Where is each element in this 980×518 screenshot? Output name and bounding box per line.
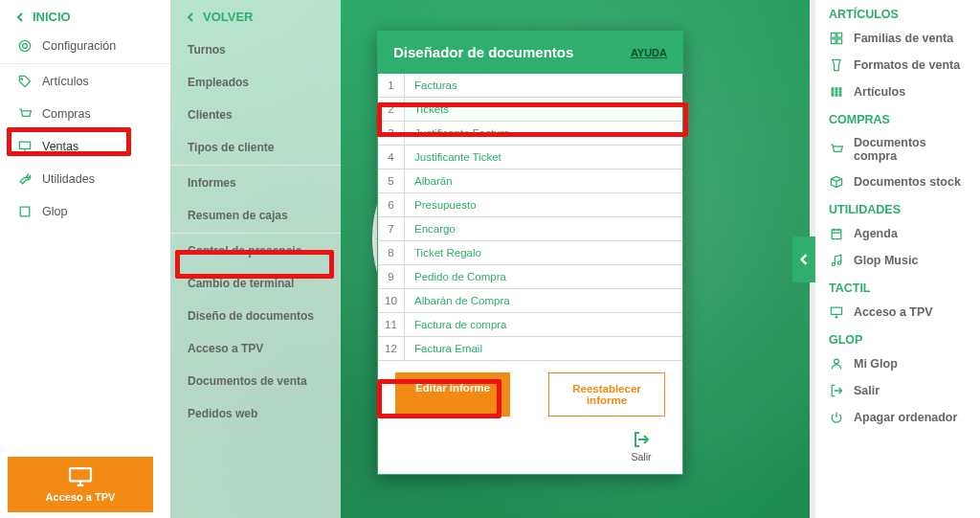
submenu-item[interactable]: Diseño de documentos — [170, 300, 341, 332]
submenu-item[interactable]: Cambio de terminal — [170, 267, 341, 300]
sidebar-left: INICIO ConfiguraciónArtículosComprasVent… — [0, 0, 170, 518]
sidebar-item-label: Glop — [42, 205, 67, 218]
document-designer-dialog: Diseñador de documentos AYUDA 1Facturas2… — [377, 31, 683, 475]
glass-icon — [829, 57, 844, 73]
help-link[interactable]: AYUDA — [631, 47, 667, 58]
sidebar-middle: VOLVER TurnosEmpleadosClientesTipos de c… — [170, 0, 341, 518]
chevron-left-icon — [798, 253, 810, 266]
document-row[interactable]: 1Facturas — [378, 74, 682, 98]
quick-item[interactable]: Acceso a TPV — [815, 299, 980, 326]
quick-item-label: Apagar ordenador — [854, 411, 957, 424]
row-label: Pedido de Compra — [405, 265, 682, 288]
sidebar-item-glop[interactable]: Glop — [0, 195, 170, 228]
submenu-item[interactable]: Turnos — [170, 30, 341, 66]
document-row[interactable]: 7Encargo — [378, 217, 682, 241]
quick-item-label: Agenda — [854, 227, 898, 240]
access-tpv-button[interactable]: Acceso a TPV — [8, 457, 153, 512]
svg-rect-0 — [70, 468, 91, 481]
document-row[interactable]: 11Factura de compra — [378, 313, 682, 337]
row-label: Ticket Regalo — [405, 241, 682, 264]
sidebar-right: ARTÍCULOSFamilias de ventaFormatos de ve… — [815, 0, 980, 518]
dots-icon — [829, 84, 844, 100]
section-header: UTILIDADES — [815, 195, 980, 220]
section-header: GLOP — [815, 326, 980, 350]
document-row[interactable]: 6Presupuesto — [378, 193, 682, 217]
quick-item[interactable]: Mi Glop — [815, 350, 980, 377]
logout-icon — [829, 383, 844, 398]
sidebar-item-compras[interactable]: Compras — [0, 98, 170, 130]
quick-item[interactable]: Glop Music — [815, 247, 980, 274]
submenu-item[interactable]: Control de presencia — [170, 235, 341, 267]
cart-icon — [17, 106, 33, 122]
document-row[interactable]: 4Justificante Ticket — [378, 146, 682, 169]
home-label: INICIO — [33, 10, 71, 24]
document-row[interactable]: 12Factura Email — [378, 337, 682, 361]
row-label: Justificante Ticket — [405, 146, 682, 169]
access-tpv-label: Acceso a TPV — [46, 491, 116, 503]
row-number: 11 — [378, 313, 405, 336]
monitor-icon — [67, 466, 94, 487]
document-row[interactable]: 5Albarán — [378, 169, 682, 193]
document-row[interactable]: 3Justificante Factura — [378, 122, 682, 146]
row-number: 4 — [378, 146, 405, 169]
quick-item[interactable]: Familias de venta — [815, 25, 980, 52]
wrench-icon — [17, 171, 33, 187]
row-label: Justificante Factura — [405, 122, 682, 145]
submenu-item[interactable]: Documentos de venta — [170, 365, 341, 397]
row-number: 3 — [378, 122, 405, 145]
sidebar-item-configuración[interactable]: Configuración — [0, 30, 170, 62]
quick-item-label: Mi Glop — [854, 357, 898, 371]
dialog-header: Diseñador de documentos AYUDA — [378, 31, 682, 74]
row-label: Factura Email — [405, 337, 682, 360]
back-link[interactable]: VOLVER — [170, 0, 341, 30]
quick-item-label: Documentos stock — [854, 175, 961, 189]
dialog-list: 1Facturas2Tickets3Justificante Factura4J… — [378, 74, 682, 361]
power-icon — [829, 410, 844, 425]
collapse-right-button[interactable] — [792, 236, 815, 282]
sidebar-item-label: Utilidades — [42, 172, 95, 186]
submenu-item[interactable]: Informes — [170, 167, 341, 199]
sidebar-item-ventas[interactable]: Ventas — [0, 130, 170, 163]
dialog-footer: Editar informe Reestablecer informe — [378, 361, 682, 422]
document-row[interactable]: 10Albarán de Compra — [378, 289, 682, 313]
quick-item-label: Acceso a TPV — [854, 305, 933, 319]
submenu-item[interactable]: Resumen de cajas — [170, 199, 341, 232]
edit-report-button[interactable]: Editar informe — [395, 372, 510, 417]
sidebar-item-label: Ventas — [42, 140, 78, 153]
quick-item[interactable]: Documentos compra — [815, 130, 980, 169]
submenu-item[interactable]: Clientes — [170, 99, 341, 131]
row-label: Tickets — [405, 98, 682, 121]
document-row[interactable]: 8Ticket Regalo — [378, 241, 682, 265]
quick-item[interactable]: Artículos — [815, 79, 980, 105]
section-header: COMPRAS — [815, 105, 980, 130]
document-row[interactable]: 9Pedido de Compra — [378, 265, 682, 289]
sidebar-item-label: Compras — [42, 107, 91, 121]
row-number: 7 — [378, 217, 405, 240]
home-link[interactable]: INICIO — [0, 0, 170, 30]
quick-item[interactable]: Agenda — [815, 220, 980, 247]
quick-item[interactable]: Apagar ordenador — [815, 404, 980, 431]
row-label: Presupuesto — [405, 193, 682, 216]
quick-item[interactable]: Salir — [815, 377, 980, 404]
quick-item-label: Artículos — [854, 85, 905, 99]
box-icon — [829, 174, 844, 190]
calendar-icon — [829, 226, 844, 241]
sidebar-item-artículos[interactable]: Artículos — [0, 65, 170, 98]
submenu-item[interactable]: Pedidos web — [170, 397, 341, 430]
quick-item[interactable]: Documentos stock — [815, 169, 980, 195]
submenu-item[interactable]: Acceso a TPV — [170, 332, 341, 365]
quick-item-label: Familias de venta — [854, 32, 953, 45]
row-label: Albarán — [405, 169, 682, 192]
tag-icon — [17, 74, 33, 89]
reset-report-button[interactable]: Reestablecer informe — [548, 372, 665, 417]
monitor-icon — [17, 139, 33, 154]
submenu-item[interactable]: Empleados — [170, 66, 341, 99]
sidebar-item-utilidades[interactable]: Utilidades — [0, 163, 170, 195]
document-row[interactable]: 2Tickets — [378, 98, 682, 122]
cart-icon — [829, 142, 844, 157]
dialog-exit-button[interactable]: Salir — [617, 422, 665, 474]
quick-item-label: Glop Music — [854, 254, 918, 267]
quick-item[interactable]: Formatos de venta — [815, 52, 980, 79]
row-number: 8 — [378, 241, 405, 264]
submenu-item[interactable]: Tipos de cliente — [170, 131, 341, 164]
